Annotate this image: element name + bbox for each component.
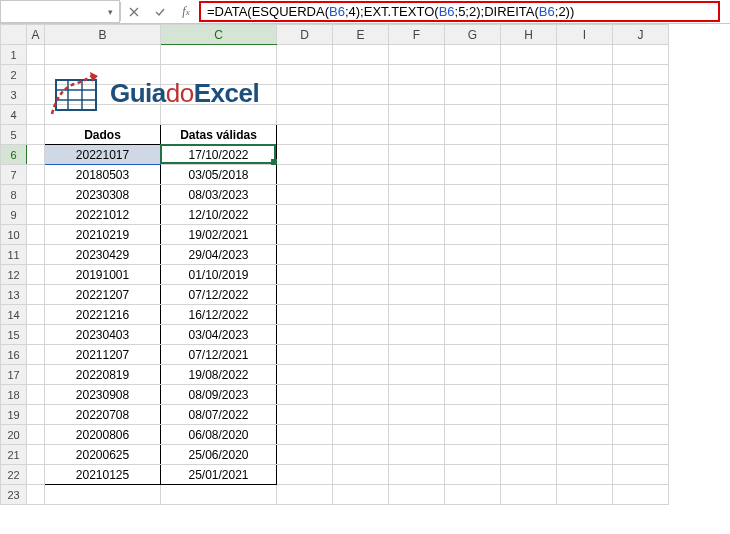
cell-A15[interactable] [27, 325, 45, 345]
cell-A19[interactable] [27, 405, 45, 425]
cell-A10[interactable] [27, 225, 45, 245]
cell-B7[interactable]: 20180503 [45, 165, 161, 185]
cell-C12[interactable]: 01/10/2019 [161, 265, 277, 285]
cell-J3[interactable] [613, 85, 669, 105]
cell-J8[interactable] [613, 185, 669, 205]
cell-A7[interactable] [27, 165, 45, 185]
cell-E16[interactable] [333, 345, 389, 365]
cell-D5[interactable] [277, 125, 333, 145]
cell-F15[interactable] [389, 325, 445, 345]
cell-B9[interactable]: 20221012 [45, 205, 161, 225]
cell-C6[interactable]: 17/10/2022 [161, 145, 277, 165]
cell-F10[interactable] [389, 225, 445, 245]
row-header-1[interactable]: 1 [1, 45, 27, 65]
cell-I17[interactable] [557, 365, 613, 385]
cell-F1[interactable] [389, 45, 445, 65]
cell-J13[interactable] [613, 285, 669, 305]
cell-I14[interactable] [557, 305, 613, 325]
cell-E10[interactable] [333, 225, 389, 245]
cell-B1[interactable] [45, 45, 161, 65]
cell-F23[interactable] [389, 485, 445, 505]
cell-H15[interactable] [501, 325, 557, 345]
cell-J4[interactable] [613, 105, 669, 125]
cell-D22[interactable] [277, 465, 333, 485]
cell-C21[interactable]: 25/06/2020 [161, 445, 277, 465]
cell-B6[interactable]: 20221017 [45, 145, 161, 165]
cell-G10[interactable] [445, 225, 501, 245]
cell-G9[interactable] [445, 205, 501, 225]
row-header-14[interactable]: 14 [1, 305, 27, 325]
cell-A22[interactable] [27, 465, 45, 485]
row-header-5[interactable]: 5 [1, 125, 27, 145]
cell-A3[interactable] [27, 85, 45, 105]
cell-G22[interactable] [445, 465, 501, 485]
cell-E4[interactable] [333, 105, 389, 125]
cell-A5[interactable] [27, 125, 45, 145]
cell-J12[interactable] [613, 265, 669, 285]
cell-I10[interactable] [557, 225, 613, 245]
cell-B11[interactable]: 20230429 [45, 245, 161, 265]
cell-F2[interactable] [389, 65, 445, 85]
cell-G21[interactable] [445, 445, 501, 465]
cell-E3[interactable] [333, 85, 389, 105]
cell-E12[interactable] [333, 265, 389, 285]
row-header-17[interactable]: 17 [1, 365, 27, 385]
row-header-8[interactable]: 8 [1, 185, 27, 205]
cell-J19[interactable] [613, 405, 669, 425]
cell-B15[interactable]: 20230403 [45, 325, 161, 345]
cell-J15[interactable] [613, 325, 669, 345]
cell-G5[interactable] [445, 125, 501, 145]
cell-D3[interactable] [277, 85, 333, 105]
cell-I3[interactable] [557, 85, 613, 105]
row-header-19[interactable]: 19 [1, 405, 27, 425]
cell-C13[interactable]: 07/12/2022 [161, 285, 277, 305]
cell-C15[interactable]: 03/04/2023 [161, 325, 277, 345]
cell-C20[interactable]: 06/08/2020 [161, 425, 277, 445]
column-header-A[interactable]: A [27, 25, 45, 45]
cell-C23[interactable] [161, 485, 277, 505]
cell-G16[interactable] [445, 345, 501, 365]
row-header-21[interactable]: 21 [1, 445, 27, 465]
cell-A8[interactable] [27, 185, 45, 205]
cell-J11[interactable] [613, 245, 669, 265]
cell-C16[interactable]: 07/12/2021 [161, 345, 277, 365]
cell-E6[interactable] [333, 145, 389, 165]
cell-D18[interactable] [277, 385, 333, 405]
cell-I19[interactable] [557, 405, 613, 425]
column-header-D[interactable]: D [277, 25, 333, 45]
row-header-22[interactable]: 22 [1, 465, 27, 485]
row-header-18[interactable]: 18 [1, 385, 27, 405]
cell-I20[interactable] [557, 425, 613, 445]
cell-C8[interactable]: 08/03/2023 [161, 185, 277, 205]
cell-C18[interactable]: 08/09/2023 [161, 385, 277, 405]
cell-G17[interactable] [445, 365, 501, 385]
column-header-J[interactable]: J [613, 25, 669, 45]
cell-F6[interactable] [389, 145, 445, 165]
cell-H17[interactable] [501, 365, 557, 385]
row-header-13[interactable]: 13 [1, 285, 27, 305]
cell-A17[interactable] [27, 365, 45, 385]
cell-G3[interactable] [445, 85, 501, 105]
cell-H7[interactable] [501, 165, 557, 185]
cell-H14[interactable] [501, 305, 557, 325]
cell-H18[interactable] [501, 385, 557, 405]
cell-G13[interactable] [445, 285, 501, 305]
column-header-G[interactable]: G [445, 25, 501, 45]
column-header-H[interactable]: H [501, 25, 557, 45]
cell-F18[interactable] [389, 385, 445, 405]
cell-D16[interactable] [277, 345, 333, 365]
cell-J21[interactable] [613, 445, 669, 465]
cell-I9[interactable] [557, 205, 613, 225]
cell-D8[interactable] [277, 185, 333, 205]
column-header-F[interactable]: F [389, 25, 445, 45]
cell-G7[interactable] [445, 165, 501, 185]
formula-input[interactable]: =DATA(ESQUERDA(B6;4);EXT.TEXTO(B6;5;2);D… [199, 1, 720, 22]
row-header-3[interactable]: 3 [1, 85, 27, 105]
cell-D9[interactable] [277, 205, 333, 225]
cell-F4[interactable] [389, 105, 445, 125]
cell-I21[interactable] [557, 445, 613, 465]
row-header-10[interactable]: 10 [1, 225, 27, 245]
row-header-20[interactable]: 20 [1, 425, 27, 445]
row-header-16[interactable]: 16 [1, 345, 27, 365]
cell-J6[interactable] [613, 145, 669, 165]
